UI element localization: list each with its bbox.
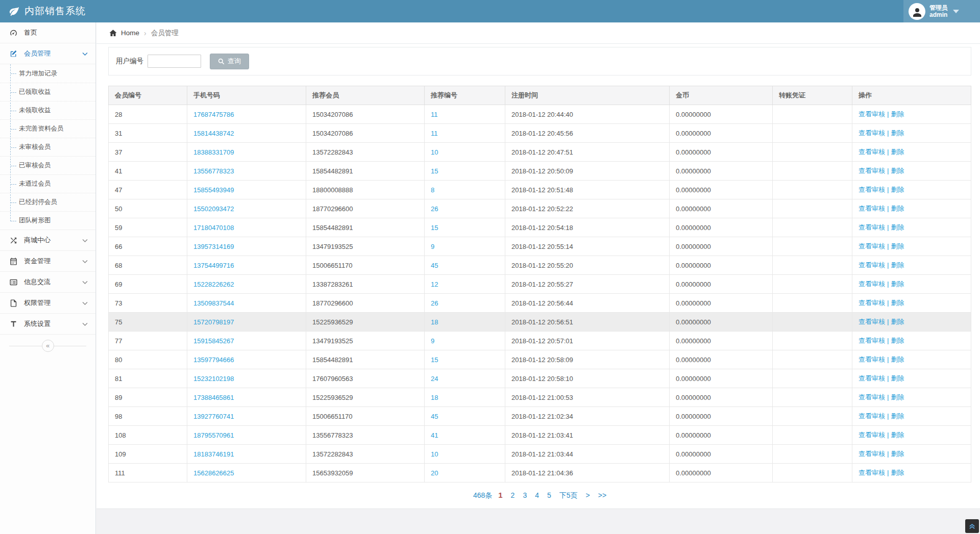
sidebar-item-permissions[interactable]: 权限管理 (0, 293, 95, 314)
review-link[interactable]: 查看审核 (859, 186, 885, 193)
breadcrumb-home[interactable]: Home (121, 29, 139, 37)
delete-link[interactable]: 删除 (891, 393, 904, 401)
review-link[interactable]: 查看审核 (859, 299, 885, 307)
delete-link[interactable]: 删除 (891, 412, 904, 420)
referrer-id-link[interactable]: 41 (431, 431, 438, 439)
review-link[interactable]: 查看审核 (859, 148, 885, 156)
phone-link[interactable]: 17687475786 (193, 111, 234, 118)
last-page-link[interactable]: >> (598, 491, 606, 499)
delete-link[interactable]: 删除 (891, 167, 904, 174)
review-link[interactable]: 查看审核 (859, 431, 885, 439)
user-menu[interactable]: 管理员 admin (903, 0, 980, 22)
referrer-id-link[interactable]: 11 (431, 111, 438, 118)
review-link[interactable]: 查看审核 (859, 337, 885, 344)
referrer-id-link[interactable]: 18 (431, 394, 438, 401)
referrer-id-link[interactable]: 20 (431, 469, 438, 477)
page-4[interactable]: 4 (535, 491, 539, 499)
delete-link[interactable]: 删除 (891, 299, 904, 307)
phone-link[interactable]: 15228226262 (193, 281, 234, 288)
phone-link[interactable]: 13754499716 (193, 262, 234, 269)
phone-link[interactable]: 13927760741 (193, 413, 234, 420)
page-2[interactable]: 2 (511, 491, 515, 499)
referrer-id-link[interactable]: 18 (431, 318, 438, 326)
review-link[interactable]: 查看审核 (859, 374, 885, 382)
delete-link[interactable]: 删除 (891, 450, 904, 457)
referrer-id-link[interactable]: 45 (431, 413, 438, 420)
phone-link[interactable]: 15628626625 (193, 469, 234, 477)
phone-link[interactable]: 18183746191 (193, 450, 234, 458)
review-link[interactable]: 查看审核 (859, 412, 885, 420)
sidebar-subitem[interactable]: 已经封停会员 (0, 193, 95, 211)
sidebar-subitem[interactable]: 未通过会员 (0, 174, 95, 193)
search-button[interactable]: 查询 (210, 54, 249, 69)
delete-link[interactable]: 删除 (891, 223, 904, 231)
review-link[interactable]: 查看审核 (859, 223, 885, 231)
sidebar-item-mall[interactable]: 商城中心 (0, 230, 95, 251)
sidebar-item-members[interactable]: 会员管理 (0, 43, 95, 64)
review-link[interactable]: 查看审核 (859, 110, 885, 118)
referrer-id-link[interactable]: 15 (431, 356, 438, 364)
sidebar-subitem[interactable]: 未完善资料会员 (0, 119, 95, 138)
next-page-link[interactable]: > (586, 491, 590, 499)
review-link[interactable]: 查看审核 (859, 205, 885, 212)
sidebar-subitem[interactable]: 已审核会员 (0, 156, 95, 174)
delete-link[interactable]: 删除 (891, 318, 904, 325)
phone-link[interactable]: 15502093472 (193, 205, 234, 213)
sidebar-subitem[interactable]: 团队树形图 (0, 211, 95, 230)
delete-link[interactable]: 删除 (891, 355, 904, 363)
sidebar-item-messages[interactable]: 信息交流 (0, 272, 95, 293)
sidebar-subitem[interactable]: 未审核会员 (0, 138, 95, 156)
phone-link[interactable]: 15915845267 (193, 337, 234, 345)
phone-link[interactable]: 15232102198 (193, 375, 234, 383)
phone-link[interactable]: 13509837544 (193, 299, 234, 307)
sidebar-item-settings[interactable]: 系统设置 (0, 314, 95, 335)
sidebar-subitem[interactable]: 算力增加记录 (0, 64, 95, 83)
phone-link[interactable]: 17180470108 (193, 224, 234, 232)
review-link[interactable]: 查看审核 (859, 280, 885, 288)
phone-link[interactable]: 13597794666 (193, 356, 234, 364)
referrer-id-link[interactable]: 10 (431, 450, 438, 458)
referrer-id-link[interactable]: 15 (431, 167, 438, 175)
sidebar-subitem[interactable]: 已领取收益 (0, 83, 95, 101)
page-5[interactable]: 5 (547, 491, 551, 499)
referrer-id-link[interactable]: 26 (431, 299, 438, 307)
phone-link[interactable]: 18795570961 (193, 431, 234, 439)
sidebar-collapse-button[interactable]: « (42, 340, 54, 352)
delete-link[interactable]: 删除 (891, 205, 904, 212)
review-link[interactable]: 查看审核 (859, 129, 885, 137)
delete-link[interactable]: 删除 (891, 280, 904, 288)
referrer-id-link[interactable]: 10 (431, 148, 438, 156)
delete-link[interactable]: 删除 (891, 148, 904, 156)
sidebar-item-home[interactable]: 首页 (0, 22, 95, 43)
search-input[interactable] (148, 55, 201, 68)
referrer-id-link[interactable]: 15 (431, 224, 438, 232)
review-link[interactable]: 查看审核 (859, 167, 885, 174)
referrer-id-link[interactable]: 24 (431, 375, 438, 383)
delete-link[interactable]: 删除 (891, 431, 904, 439)
referrer-id-link[interactable]: 9 (431, 243, 434, 250)
delete-link[interactable]: 删除 (891, 186, 904, 193)
referrer-id-link[interactable]: 45 (431, 262, 438, 269)
phone-link[interactable]: 15855493949 (193, 186, 234, 194)
sidebar-subitem[interactable]: 未领取收益 (0, 101, 95, 119)
page-3[interactable]: 3 (523, 491, 527, 499)
phone-link[interactable]: 18388331709 (193, 148, 234, 156)
sidebar-item-funds[interactable]: 资金管理 (0, 251, 95, 272)
review-link[interactable]: 查看审核 (859, 393, 885, 401)
referrer-id-link[interactable]: 26 (431, 205, 438, 213)
delete-link[interactable]: 删除 (891, 261, 904, 269)
phone-link[interactable]: 13556778323 (193, 167, 234, 175)
review-link[interactable]: 查看审核 (859, 450, 885, 457)
delete-link[interactable]: 删除 (891, 337, 904, 344)
scroll-to-top-button[interactable] (965, 519, 979, 533)
referrer-id-link[interactable]: 12 (431, 281, 438, 288)
delete-link[interactable]: 删除 (891, 110, 904, 118)
phone-link[interactable]: 15814438742 (193, 130, 234, 137)
review-link[interactable]: 查看审核 (859, 242, 885, 250)
referrer-id-link[interactable]: 8 (431, 186, 434, 194)
delete-link[interactable]: 删除 (891, 469, 904, 476)
delete-link[interactable]: 删除 (891, 374, 904, 382)
delete-link[interactable]: 删除 (891, 129, 904, 137)
phone-link[interactable]: 13957314169 (193, 243, 234, 250)
review-link[interactable]: 查看审核 (859, 261, 885, 269)
